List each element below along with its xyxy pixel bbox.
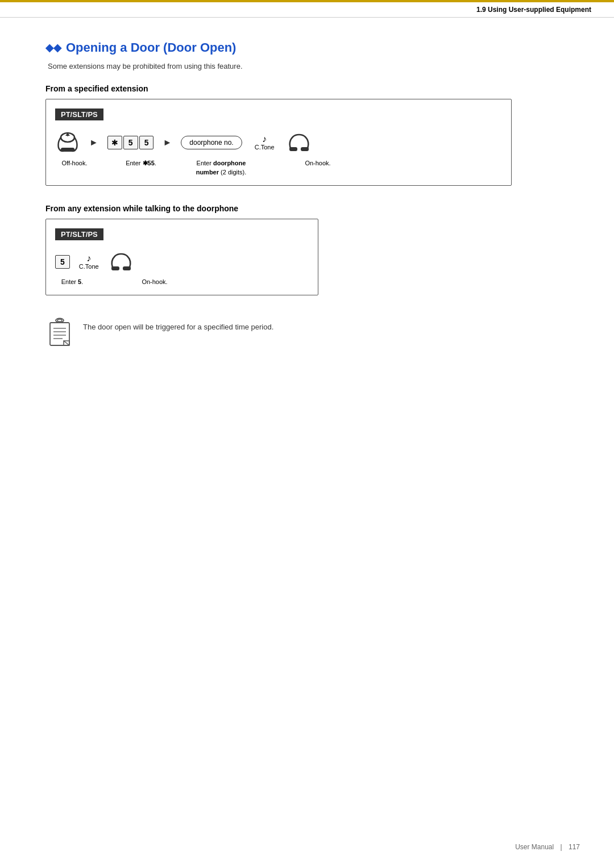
offhook-icon-group — [55, 132, 80, 153]
svg-point-8 — [57, 319, 62, 322]
onhook-label-2: On-hook. — [142, 278, 167, 285]
svg-rect-1 — [61, 148, 74, 152]
onhook-icon-group-1 — [286, 132, 312, 153]
label-enter55: Enter ✱55. — [110, 158, 172, 167]
footer-label: User Manual — [515, 843, 554, 851]
key-5-1: 5 — [123, 136, 138, 149]
footer-page: 117 — [569, 843, 580, 851]
section-title: 1.9 Using User-supplied Equipment — [476, 6, 591, 14]
footer: User Manual | 117 — [515, 843, 580, 851]
music-note-icon-2: ♪ — [86, 254, 91, 263]
doorphone-box: doorphone no. — [181, 136, 242, 149]
note-section: The door open will be triggered for a sp… — [45, 317, 569, 349]
box-label-1: PT/SLT/PS — [55, 108, 103, 120]
box-label-2: PT/SLT/PS — [55, 228, 103, 240]
footer-divider: | — [561, 843, 562, 851]
note-icon — [45, 317, 74, 349]
key5-group: 5 — [55, 255, 70, 269]
flow-row-1: ► ✱ 5 5 ► doorphone no. ♪ C.Tone — [55, 132, 497, 153]
section2-heading: From any extension while talking to the … — [45, 204, 569, 213]
ctone-group-1: ♪ C.Tone — [255, 135, 275, 151]
title-text: Opening a Door (Door Open) — [66, 40, 236, 55]
label-row-2: Enter 5. On-hook. — [55, 277, 304, 286]
page-subtitle: Some extensions may be prohibited from u… — [48, 62, 569, 70]
onhook-label-1: On-hook. — [305, 160, 330, 166]
section-header: 1.9 Using User-supplied Equipment — [0, 2, 614, 18]
ctone-group-2: ♪ C.Tone — [79, 254, 99, 270]
ctone-label-1: C.Tone — [255, 144, 275, 151]
onhook-icon-2 — [108, 252, 134, 272]
key-star: ✱ — [107, 136, 122, 149]
doorphone-label: Enter doorphonenumber (2 digits). — [196, 160, 247, 176]
label-offhook: Off-hook. — [55, 158, 94, 167]
label-onhook-1: On-hook. — [301, 158, 335, 167]
enter5-label: Enter 5. — [61, 278, 84, 285]
svg-rect-6 — [123, 266, 131, 270]
onhook-icon-1 — [286, 132, 312, 153]
ctone-label-2: C.Tone — [79, 263, 99, 270]
flow-row-2: 5 ♪ C.Tone — [55, 252, 304, 272]
offhook-label: Off-hook. — [61, 160, 87, 166]
svg-rect-9 — [50, 323, 69, 345]
key-5-narrow: 5 — [55, 255, 70, 269]
doorphone-box-group: doorphone no. — [181, 136, 242, 149]
diamond-icon: ◆◆ — [45, 41, 61, 54]
arrow-1: ► — [89, 137, 98, 148]
diagram-box-1: PT/SLT/PS ► — [45, 99, 512, 186]
svg-rect-4 — [301, 147, 309, 151]
key-5-2: 5 — [139, 136, 154, 149]
page-content: ◆◆ Opening a Door (Door Open) Some exten… — [0, 18, 614, 383]
label-doorphone: Enter doorphonenumber (2 digits). — [181, 158, 261, 176]
offhook-icon — [55, 132, 80, 153]
note-text: The door open will be triggered for a sp… — [83, 317, 273, 331]
svg-rect-3 — [289, 147, 297, 151]
onhook-icon-group-2 — [108, 252, 134, 272]
arrow-2: ► — [163, 137, 172, 148]
svg-rect-5 — [111, 266, 119, 270]
keys-star55: ✱ 5 5 — [107, 136, 154, 149]
label-row-1: Off-hook. Enter ✱55. Enter doorphonenumb… — [55, 158, 497, 176]
section2: From any extension while talking to the … — [45, 204, 569, 311]
diagram-box-2: PT/SLT/PS 5 ♪ C.Tone — [45, 219, 318, 295]
label-enter5-wrap: Enter 5. — [55, 277, 89, 286]
enter55-label: Enter ✱55. — [126, 160, 156, 166]
music-note-icon-1: ♪ — [262, 135, 267, 144]
section1-heading: From a specified extension — [45, 84, 569, 93]
label-onhook-2-wrap: On-hook. — [135, 277, 175, 286]
key-group-star55: ✱ 5 5 — [107, 136, 154, 149]
page-title: ◆◆ Opening a Door (Door Open) — [45, 40, 569, 55]
